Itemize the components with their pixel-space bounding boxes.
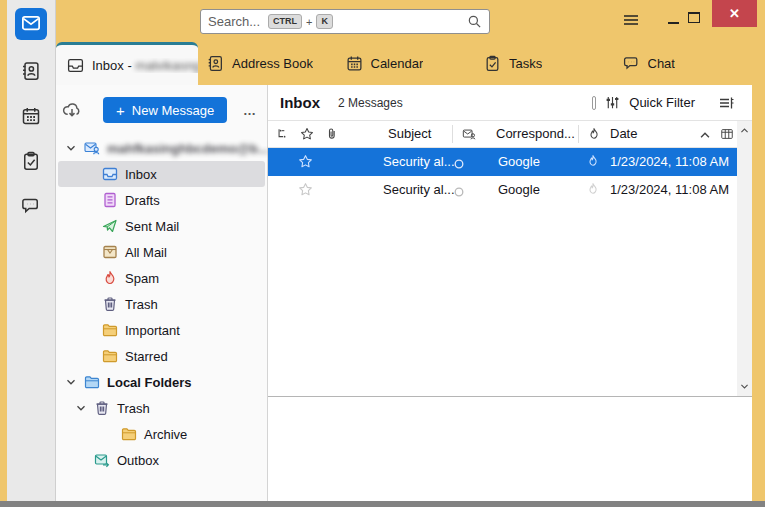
- correspondents-icon: [462, 129, 476, 144]
- sort-ascending-icon: [698, 130, 712, 145]
- message-preview-pane: [268, 396, 752, 501]
- thread-column-button[interactable]: [276, 127, 290, 141]
- column-picker-icon: [720, 129, 734, 144]
- spaces-toolbar: [7, 0, 56, 501]
- tab-tasks-label: Tasks: [509, 56, 542, 71]
- trash-folder-icon: [102, 296, 118, 312]
- star-icon: [300, 129, 314, 144]
- date-column-header[interactable]: Date: [610, 126, 637, 141]
- spam-folder-icon: [102, 270, 118, 286]
- tab-address-book[interactable]: Address Book: [198, 42, 337, 85]
- folder-tree: mahfkasinghbcdemo@b... Inbox Drafts Sent…: [56, 135, 267, 473]
- chat-icon: [21, 196, 41, 219]
- tasks-space-button[interactable]: [20, 151, 42, 173]
- tab-inbox-label: Inbox -: [92, 58, 135, 73]
- folder-item-local-folders[interactable]: Local Folders: [56, 369, 267, 395]
- tab-inbox[interactable]: Inbox - malvikasng: [56, 42, 198, 85]
- inbox-tab-icon: [67, 57, 84, 74]
- folder-label: Local Folders: [107, 375, 192, 390]
- tab-calendar-label: Calendar: [371, 56, 424, 71]
- sent-folder-icon: [102, 218, 118, 234]
- chevron-down-icon[interactable]: [74, 401, 88, 415]
- shortcut-joiner: +: [306, 16, 312, 28]
- app-menu-button[interactable]: [622, 12, 640, 28]
- message-correspondent: Google: [498, 182, 540, 197]
- junk-column-button[interactable]: [587, 127, 601, 141]
- chat-space-button[interactable]: [20, 196, 42, 218]
- star-icon: [298, 157, 313, 172]
- pane-splitter-handle[interactable]: [592, 96, 596, 110]
- get-messages-button[interactable]: [62, 100, 82, 120]
- read-status-icon[interactable]: [454, 185, 464, 195]
- sort-direction-button[interactable]: [698, 128, 712, 142]
- minimize-button[interactable]: [661, 8, 685, 30]
- global-search-input[interactable]: Search... CTRL + K: [200, 9, 490, 34]
- folder-item-sent-mail[interactable]: Sent Mail: [56, 213, 267, 239]
- account-email-blurred: mahfkasinghbcdemo@b...: [107, 141, 268, 156]
- calendar-icon: [346, 55, 363, 72]
- folder-label: Spam: [125, 271, 159, 286]
- folder-item-spam[interactable]: Spam: [56, 265, 267, 291]
- folder-item-archive[interactable]: Archive: [56, 421, 267, 447]
- display-options-icon: [718, 99, 735, 114]
- read-status-icon[interactable]: [454, 157, 464, 167]
- attachment-column-button[interactable]: [325, 127, 339, 141]
- star-column-button[interactable]: [300, 127, 314, 141]
- account-row[interactable]: mahfkasinghbcdemo@b...: [56, 135, 267, 161]
- address-book-icon: [207, 55, 224, 72]
- scroll-up-arrow[interactable]: [737, 123, 752, 138]
- folder-item-outbox[interactable]: Outbox: [56, 447, 267, 473]
- folder-label: Inbox: [125, 167, 157, 182]
- tab-tasks[interactable]: Tasks: [475, 42, 614, 85]
- folder-pane-options-button[interactable]: …: [243, 103, 257, 118]
- close-icon: ✕: [729, 6, 740, 21]
- folder-item-drafts[interactable]: Drafts: [56, 187, 267, 213]
- scroll-down-arrow[interactable]: [737, 379, 752, 394]
- folder-label: Archive: [144, 427, 187, 442]
- message-correspondent: Google: [498, 154, 540, 169]
- titlebar: Search... CTRL + K ✕: [56, 0, 765, 42]
- filter-sliders-icon: [605, 98, 620, 113]
- tab-calendar[interactable]: Calendar: [337, 42, 476, 85]
- column-picker-button[interactable]: [720, 127, 734, 141]
- shortcut-k-badge: K: [316, 14, 333, 29]
- folder-item-local-trash[interactable]: Trash: [56, 395, 267, 421]
- message-subject: Security al...: [383, 154, 455, 169]
- folder-item-important[interactable]: Important: [56, 317, 267, 343]
- junk-icon: [587, 129, 601, 144]
- chevron-down-icon[interactable]: [64, 141, 78, 155]
- calendar-space-button[interactable]: [20, 106, 42, 128]
- star-toggle[interactable]: [298, 154, 313, 169]
- tab-chat[interactable]: Chat: [614, 42, 753, 85]
- message-row[interactable]: Security al... Google 1/23/2024, 11:08 A…: [268, 148, 737, 176]
- folder-item-all-mail[interactable]: All Mail: [56, 239, 267, 265]
- address-book-space-button[interactable]: [20, 61, 42, 83]
- quick-filter-button[interactable]: [605, 95, 620, 110]
- chevron-down-icon[interactable]: [64, 375, 78, 389]
- maximize-button[interactable]: [688, 12, 700, 23]
- starred-folder-icon: [102, 348, 118, 364]
- message-list-header: Inbox 2 Messages Quick Filter: [268, 85, 752, 121]
- folder-label: Starred: [125, 349, 168, 364]
- correspondents-column-icon-button[interactable]: [462, 127, 476, 141]
- correspondents-column-header[interactable]: Correspond...: [496, 126, 575, 141]
- account-mail-icon: [84, 140, 100, 156]
- folder-item-inbox[interactable]: Inbox: [56, 161, 267, 187]
- message-list-display-button[interactable]: [718, 95, 735, 111]
- new-message-button[interactable]: + New Message: [103, 97, 227, 123]
- tab-bar: Inbox - malvikasng Address Book Calendar…: [56, 42, 752, 85]
- all-mail-folder-icon: [102, 244, 118, 260]
- subject-column-header[interactable]: Subject: [388, 126, 431, 141]
- folder-item-trash[interactable]: Trash: [56, 291, 267, 317]
- mail-space-button[interactable]: [15, 8, 47, 40]
- message-row[interactable]: Security al... Google 1/23/2024, 11:08 A…: [268, 176, 737, 204]
- folder-item-starred[interactable]: Starred: [56, 343, 267, 369]
- junk-status-icon[interactable]: [586, 154, 600, 168]
- quick-filter-label: Quick Filter: [629, 95, 695, 110]
- vertical-scrollbar[interactable]: [737, 121, 752, 396]
- junk-status-icon[interactable]: [586, 182, 600, 196]
- folder-label: Sent Mail: [125, 219, 179, 234]
- hamburger-icon: [622, 16, 640, 31]
- close-button[interactable]: ✕: [712, 0, 757, 27]
- star-toggle[interactable]: [298, 182, 313, 197]
